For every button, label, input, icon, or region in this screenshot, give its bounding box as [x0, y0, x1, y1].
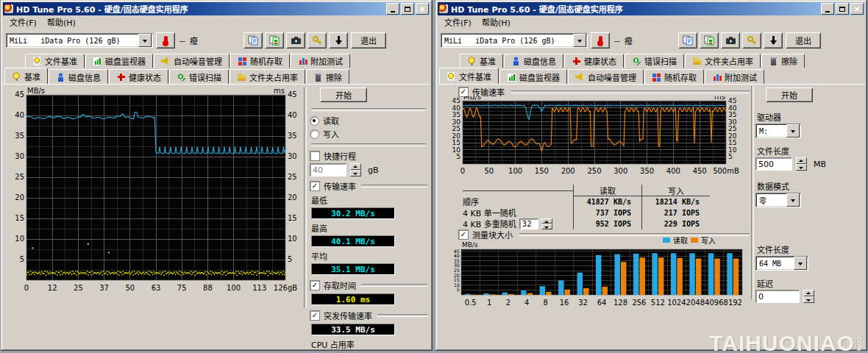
block-size-checkbox[interactable] [458, 229, 469, 240]
copy-image-button[interactable] [265, 32, 284, 49]
delay-row: 0 [755, 290, 865, 303]
delay-spinner[interactable] [803, 290, 814, 303]
svg-text:350: 350 [640, 167, 654, 175]
chevron-down-icon[interactable] [138, 34, 152, 47]
short-stroke-checkbox[interactable] [310, 151, 320, 161]
save-results-button[interactable] [329, 32, 348, 49]
tab-folder-usage[interactable]: 文件夹占用率 [230, 69, 305, 84]
drive-select[interactable]: M: [755, 124, 801, 138]
close-button[interactable] [850, 3, 864, 15]
titlebar[interactable]: HD Tune Pro 5.60 - 硬盘/固态硬盘实用程序 [3, 2, 430, 15]
spin-down-icon[interactable] [350, 170, 361, 176]
tab-file-benchmark[interactable]: 文件基准 [25, 54, 85, 68]
file-benchmark-table: 读取 写入 顺序 41827 KB/s 18214 KB/s 4 KB 单一随机… [463, 185, 710, 229]
data-pattern-select[interactable]: 零 [755, 193, 801, 207]
tab-extra-tests[interactable]: 附加测试 [291, 54, 350, 68]
spin-up-icon[interactable] [803, 290, 814, 296]
menu-help[interactable]: 帮助(H) [477, 15, 516, 29]
read-radio-row[interactable]: 读取 [310, 115, 427, 126]
tab-disk-monitor[interactable]: 磁盘监视器 [499, 69, 567, 84]
copy-text-button[interactable] [678, 32, 697, 49]
queue-depth-input[interactable]: 32 [519, 218, 538, 229]
screenshot-button[interactable] [286, 32, 305, 49]
tab-label: 错误扫描 [644, 55, 677, 67]
tab-benchmark[interactable]: 基准 [4, 68, 48, 84]
tab-erase[interactable]: 擦除 [761, 54, 805, 68]
start-button[interactable]: 开始 [766, 88, 813, 102]
tab-folder-usage[interactable]: 文件夹占用率 [685, 54, 761, 68]
tab-label: 基准 [480, 55, 496, 67]
tab-erase[interactable]: 擦除 [306, 69, 349, 84]
spin-up-icon[interactable] [350, 163, 361, 170]
tab-random-access[interactable]: 随机存取 [644, 69, 704, 84]
copy-text-button[interactable] [243, 32, 263, 49]
svg-text:256: 256 [632, 299, 646, 307]
temperature-button[interactable] [156, 32, 175, 49]
divider [361, 185, 427, 188]
tab-benchmark[interactable]: 基准 [460, 54, 503, 68]
license-keys-button[interactable] [742, 32, 761, 49]
short-stroke-row[interactable]: 快捷行程 [310, 150, 427, 162]
tab-error-scan[interactable]: 错误扫描 [625, 54, 684, 68]
transfer-rate-checkbox[interactable] [310, 181, 320, 191]
file-length-input[interactable]: 500 [755, 157, 792, 171]
svg-text:35: 35 [452, 111, 460, 118]
tab-aam[interactable]: 自动噪音管理 [154, 54, 230, 68]
tab-disk-info[interactable]: 磁盘信息 [49, 69, 108, 84]
exit-button[interactable]: 退出 [351, 32, 386, 49]
tab-aam[interactable]: 自动噪音管理 [568, 69, 644, 84]
spin-up-icon[interactable] [796, 157, 807, 164]
device-select[interactable]: MiLi iData Pro (126 gB) [6, 33, 153, 48]
spin-down-icon[interactable] [796, 164, 807, 171]
transfer-rate-checkbox[interactable] [458, 87, 469, 97]
short-stroke-size-input[interactable]: 40 [310, 163, 346, 176]
write-radio[interactable] [310, 129, 319, 139]
write-radio-row[interactable]: 写入 [310, 128, 427, 140]
tab-extra-tests[interactable]: 附加测试 [705, 69, 764, 84]
access-time-checkbox[interactable] [310, 280, 320, 290]
license-keys-button[interactable] [307, 32, 327, 49]
read-radio[interactable] [310, 116, 319, 126]
tab-health[interactable]: 健康状态 [564, 54, 624, 68]
spin-up-icon[interactable] [541, 218, 552, 224]
device-select[interactable]: MiLi iData Pro (126 gB) [441, 33, 588, 48]
chevron-down-icon[interactable] [573, 34, 586, 47]
copy-image-button[interactable] [700, 32, 719, 49]
menu-help[interactable]: 帮助(H) [42, 15, 81, 29]
tab-file-benchmark[interactable]: 文件基准 [439, 68, 499, 84]
chevron-down-icon[interactable] [794, 257, 807, 270]
close-button[interactable] [416, 3, 429, 15]
svg-text:30: 30 [728, 118, 737, 126]
drive-select-value: M: [756, 127, 786, 135]
tab-health[interactable]: 健康状态 [109, 69, 168, 84]
save-results-button[interactable] [764, 32, 783, 49]
menu-file[interactable]: 文件(F) [4, 15, 42, 29]
short-stroke-spinner[interactable] [350, 163, 361, 176]
svg-text:75: 75 [177, 284, 187, 292]
temperature-button[interactable] [591, 32, 610, 49]
block-file-length-select[interactable]: 64 MB [755, 256, 808, 271]
start-button[interactable]: 开始 [320, 88, 367, 102]
tab-random-access[interactable]: 随机存取 [230, 54, 290, 68]
minimize-button[interactable] [386, 3, 399, 15]
exit-button[interactable]: 退出 [786, 32, 821, 49]
burst-rate-checkbox[interactable] [310, 310, 320, 321]
data-pattern-label: 数据模式 [757, 180, 865, 192]
write-value: 229 IOPS [641, 218, 710, 229]
menu-file[interactable]: 文件(F) [439, 15, 477, 29]
chevron-down-icon[interactable] [786, 124, 800, 138]
titlebar[interactable]: HD Tune Pro 5.60 - 硬盘/固态硬盘实用程序 [438, 2, 865, 15]
file-length-spinner[interactable] [796, 157, 807, 171]
maximize-button[interactable] [836, 3, 849, 15]
maximize-button[interactable] [401, 3, 414, 15]
tab-disk-info[interactable]: 磁盘信息 [504, 54, 563, 68]
tab-error-scan[interactable]: 错误扫描 [169, 69, 229, 84]
spin-down-icon[interactable] [803, 296, 814, 303]
chevron-down-icon[interactable] [786, 193, 800, 207]
tab-disk-monitor[interactable]: 磁盘监视器 [85, 54, 153, 68]
minimize-button[interactable] [821, 3, 834, 15]
queue-depth-spinner[interactable] [541, 218, 552, 229]
screenshot-button[interactable] [721, 32, 740, 49]
delay-input[interactable]: 0 [755, 290, 800, 303]
svg-text:1: 1 [487, 299, 491, 307]
